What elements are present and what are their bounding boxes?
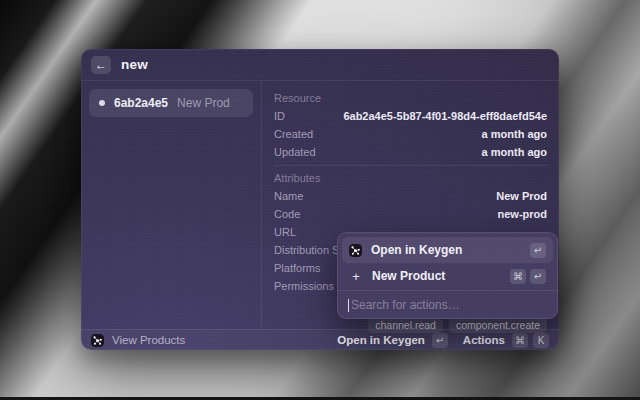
- detail-row-created: Created a month ago: [274, 125, 547, 143]
- footer-command-title: View Products: [112, 334, 185, 346]
- desktop-wallpaper: ← new 6ab2a4e5 New Prod Resource ID 6ab2…: [0, 0, 640, 400]
- plus-icon: +: [349, 269, 363, 284]
- raycast-window: ← new 6ab2a4e5 New Prod Resource ID 6ab2…: [81, 49, 559, 350]
- keygen-icon: [91, 334, 104, 347]
- command-key-icon: ⌘: [512, 333, 528, 348]
- actions-search: [337, 290, 558, 319]
- actions-popup: Open in Keygen ↵ + New Product ⌘ ↵: [337, 232, 558, 319]
- back-button[interactable]: ←: [91, 56, 111, 74]
- keygen-icon: [349, 244, 362, 257]
- actions-search-input[interactable]: [351, 298, 547, 312]
- detail-row-name: Name New Prod: [274, 187, 547, 205]
- command-key-icon: ⌘: [510, 269, 526, 284]
- return-key-icon: ↵: [530, 269, 546, 284]
- actions-menu-button[interactable]: Actions ⌘ K: [463, 333, 549, 348]
- section-header-attributes: Attributes: [274, 172, 320, 184]
- text-caret: [348, 299, 349, 312]
- k-key-icon: K: [533, 333, 549, 348]
- section-header-resource: Resource: [274, 92, 321, 104]
- return-key-icon: ↵: [432, 333, 448, 348]
- selected-dot-icon: [99, 100, 105, 106]
- detail-row-updated: Updated a month ago: [274, 143, 547, 161]
- primary-action-button[interactable]: Open in Keygen: [337, 334, 425, 346]
- product-id-short: 6ab2a4e5: [114, 96, 168, 110]
- return-key-icon: ↵: [530, 243, 546, 258]
- product-name: New Prod: [177, 96, 230, 110]
- action-open-in-keygen[interactable]: Open in Keygen ↵: [342, 237, 553, 263]
- page-title: new: [121, 57, 148, 72]
- results-list: 6ab2a4e5 New Prod: [81, 81, 262, 329]
- window-footer: View Products Open in Keygen ↵ Actions ⌘…: [81, 329, 559, 350]
- list-item-product[interactable]: 6ab2a4e5 New Prod: [89, 89, 253, 117]
- window-header: ← new: [81, 49, 559, 81]
- back-arrow-icon: ←: [95, 59, 107, 71]
- detail-row-id: ID 6ab2a4e5-5b87-4f01-98d4-eff8daefd54e: [274, 107, 547, 125]
- action-new-product[interactable]: + New Product ⌘ ↵: [342, 263, 553, 289]
- section-divider: [274, 165, 547, 166]
- detail-row-code: Code new-prod: [274, 205, 547, 223]
